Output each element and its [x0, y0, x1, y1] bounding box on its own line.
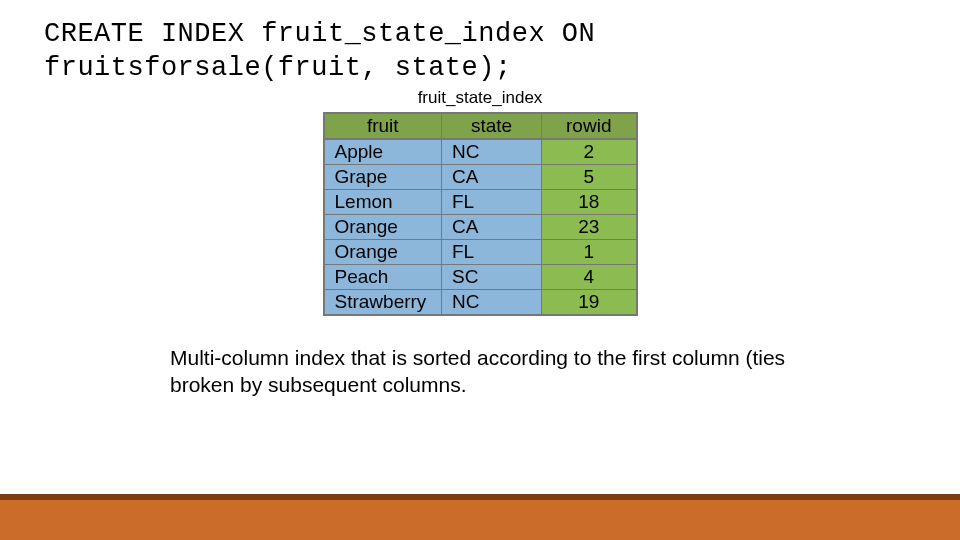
slide: CREATE INDEX fruit_state_index ON fruits…	[0, 0, 960, 540]
table-header-row: fruit state rowid	[324, 113, 637, 139]
cell-fruit: Orange	[324, 214, 442, 239]
cell-fruit: Peach	[324, 264, 442, 289]
cell-rowid: 1	[542, 239, 637, 264]
table-row: Strawberry NC 19	[324, 289, 637, 315]
cell-state: CA	[442, 214, 542, 239]
cell-fruit: Strawberry	[324, 289, 442, 315]
cell-fruit: Orange	[324, 239, 442, 264]
table-row: Apple NC 2	[324, 139, 637, 165]
cell-state: FL	[442, 239, 542, 264]
cell-fruit: Grape	[324, 164, 442, 189]
cell-rowid: 4	[542, 264, 637, 289]
cell-state: FL	[442, 189, 542, 214]
index-table: fruit state rowid Apple NC 2 Grape CA 5 …	[323, 112, 638, 316]
cell-fruit: Apple	[324, 139, 442, 165]
cell-state: CA	[442, 164, 542, 189]
cell-rowid: 19	[542, 289, 637, 315]
table-row: Orange FL 1	[324, 239, 637, 264]
table-row: Grape CA 5	[324, 164, 637, 189]
caption-text: Multi-column index that is sorted accord…	[0, 316, 960, 399]
table-row: Peach SC 4	[324, 264, 637, 289]
cell-state: SC	[442, 264, 542, 289]
table-row: Orange CA 23	[324, 214, 637, 239]
sql-statement: CREATE INDEX fruit_state_index ON fruits…	[0, 0, 960, 86]
header-fruit: fruit	[324, 113, 442, 139]
footer-bar	[0, 500, 960, 540]
cell-state: NC	[442, 289, 542, 315]
table-title: fruit_state_index	[0, 88, 960, 108]
header-rowid: rowid	[542, 113, 637, 139]
cell-rowid: 5	[542, 164, 637, 189]
cell-fruit: Lemon	[324, 189, 442, 214]
cell-state: NC	[442, 139, 542, 165]
cell-rowid: 2	[542, 139, 637, 165]
cell-rowid: 18	[542, 189, 637, 214]
table-row: Lemon FL 18	[324, 189, 637, 214]
cell-rowid: 23	[542, 214, 637, 239]
table-wrap: fruit state rowid Apple NC 2 Grape CA 5 …	[0, 112, 960, 316]
header-state: state	[442, 113, 542, 139]
